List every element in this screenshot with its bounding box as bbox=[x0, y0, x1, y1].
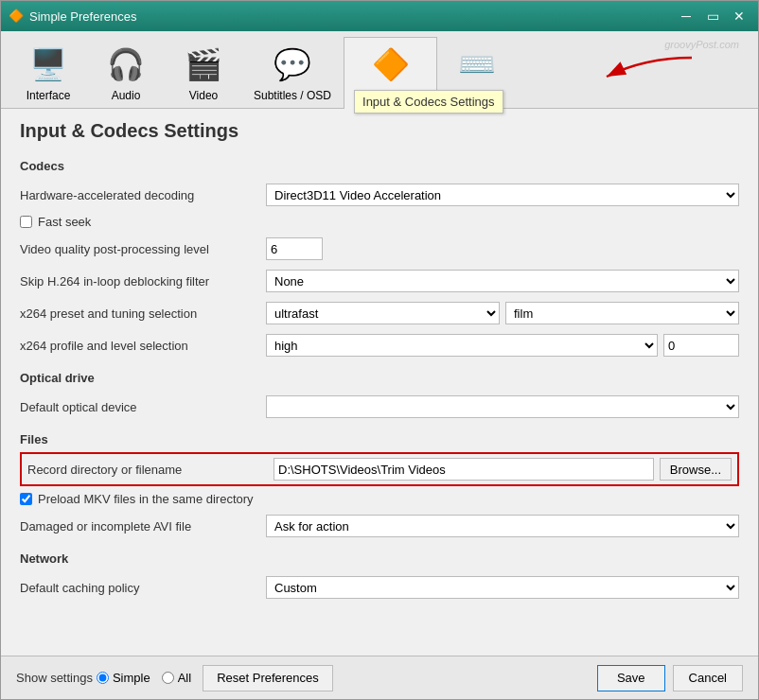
x264-preset-control: ultrafast superfast veryfast faster fast… bbox=[266, 302, 739, 324]
network-section-header: Network bbox=[20, 551, 739, 566]
hotkeys-icon: ⌨️ bbox=[454, 42, 500, 87]
maximize-button[interactable]: ▭ bbox=[701, 6, 724, 26]
tab-audio[interactable]: 🎧 Audio bbox=[88, 37, 164, 108]
all-radio[interactable] bbox=[162, 672, 174, 684]
simple-radio-item[interactable]: Simple bbox=[97, 671, 150, 685]
skip-h264-row: Skip H.264 in-loop deblocking filter Non… bbox=[20, 265, 739, 297]
x264-profile-label: x264 profile and level selection bbox=[20, 339, 266, 353]
audio-icon: 🎧 bbox=[103, 42, 149, 87]
x264-profile-select[interactable]: high baseline main high10 high422 high44… bbox=[266, 334, 658, 357]
all-radio-item[interactable]: All bbox=[162, 671, 191, 685]
files-section-header: Files bbox=[20, 432, 739, 446]
video-icon: 🎬 bbox=[181, 42, 226, 87]
tab-interface[interactable]: 🖥️ Interface bbox=[10, 37, 86, 108]
tab-subtitles-label: Subtitles / OSD bbox=[254, 89, 331, 102]
caching-row: Default caching policy Custom Lowest lat… bbox=[20, 571, 739, 604]
interface-icon: 🖥️ bbox=[26, 42, 71, 87]
tab-input-codecs[interactable]: 🔶 Input / Codecs Input & Codecs Settings bbox=[344, 37, 437, 109]
vq-row: Video quality post-processing level bbox=[20, 233, 739, 265]
damaged-avi-select[interactable]: Ask for action Always fix Never fix bbox=[266, 515, 739, 537]
x264-profile-pair: high baseline main high10 high422 high44… bbox=[266, 334, 739, 357]
bottom-spacer bbox=[20, 604, 739, 622]
hw-decoding-select[interactable]: Direct3D11 Video Acceleration None DXVA2… bbox=[266, 184, 739, 206]
main-window: 🔶 Simple Preferences ─ ▭ ✕ groovyPost.co… bbox=[0, 0, 759, 700]
simple-radio[interactable] bbox=[97, 672, 109, 684]
window-controls: ─ ▭ ✕ bbox=[675, 6, 750, 26]
tab-interface-label: Interface bbox=[26, 89, 71, 102]
vq-control bbox=[266, 237, 739, 260]
x264-profile-row: x264 profile and level selection high ba… bbox=[20, 329, 739, 361]
caching-control: Custom Lowest latency Low latency Normal… bbox=[266, 576, 739, 599]
record-dir-row: Record directory or filename Browse... bbox=[20, 452, 739, 486]
hw-decoding-control: Direct3D11 Video Acceleration None DXVA2… bbox=[266, 184, 739, 206]
fast-seek-checkbox[interactable] bbox=[20, 216, 32, 228]
fast-seek-label: Fast seek bbox=[38, 215, 91, 229]
caching-select[interactable]: Custom Lowest latency Low latency Normal… bbox=[266, 576, 739, 599]
x264-level-input[interactable] bbox=[663, 334, 739, 357]
vq-input[interactable] bbox=[266, 237, 323, 260]
optical-device-label: Default optical device bbox=[20, 400, 266, 414]
x264-preset-label: x264 preset and tuning selection bbox=[20, 306, 266, 321]
nav-tabs: 🖥️ Interface 🎧 Audio 🎬 Video 💬 Subtitles… bbox=[1, 31, 758, 109]
cancel-button[interactable]: Cancel bbox=[673, 665, 743, 691]
tab-video[interactable]: 🎬 Video bbox=[166, 37, 241, 108]
minimize-button[interactable]: ─ bbox=[675, 6, 697, 26]
footer-right: Save Cancel bbox=[597, 665, 743, 691]
footer: Show settings Simple All Reset Preferenc… bbox=[1, 656, 758, 699]
x264-dual-select: ultrafast superfast veryfast faster fast… bbox=[266, 302, 739, 324]
tab-audio-label: Audio bbox=[112, 89, 141, 102]
app-icon: 🔶 bbox=[9, 9, 24, 24]
damaged-avi-row: Damaged or incomplete AVI file Ask for a… bbox=[20, 510, 739, 542]
optical-device-row: Default optical device bbox=[20, 391, 739, 423]
optical-device-control bbox=[266, 395, 739, 418]
tab-video-label: Video bbox=[189, 89, 218, 102]
codecs-section-header: Codecs bbox=[20, 159, 739, 173]
damaged-avi-label: Damaged or incomplete AVI file bbox=[20, 519, 266, 534]
x264-preset-select[interactable]: ultrafast superfast veryfast faster fast… bbox=[266, 302, 500, 324]
optical-section-header: Optical drive bbox=[20, 371, 739, 385]
preload-mkv-row: Preload MKV files in the same directory bbox=[20, 488, 739, 510]
x264-profile-control: high baseline main high10 high422 high44… bbox=[266, 334, 739, 357]
skip-h264-label: Skip H.264 in-loop deblocking filter bbox=[20, 274, 266, 289]
hw-decoding-row: Hardware-accelerated decoding Direct3D11… bbox=[20, 179, 739, 211]
all-label: All bbox=[178, 671, 191, 685]
vq-label: Video quality post-processing level bbox=[20, 242, 266, 256]
record-dir-label: Record directory or filename bbox=[27, 463, 274, 477]
tooltip-popup: Input & Codecs Settings bbox=[354, 90, 503, 114]
simple-label: Simple bbox=[113, 671, 150, 685]
reset-button[interactable]: Reset Preferences bbox=[203, 665, 333, 691]
damaged-avi-control: Ask for action Always fix Never fix bbox=[266, 515, 739, 537]
fast-seek-row: Fast seek bbox=[20, 211, 739, 233]
arrow-annotation bbox=[588, 48, 701, 96]
save-button[interactable]: Save bbox=[597, 665, 665, 691]
preload-mkv-checkbox[interactable] bbox=[20, 493, 32, 505]
show-settings-label: Show settings bbox=[16, 671, 93, 685]
record-dir-input[interactable] bbox=[274, 458, 654, 481]
skip-h264-control: None Non-ref Bidir Non-key All bbox=[266, 270, 739, 292]
window-title: Simple Preferences bbox=[29, 9, 675, 24]
hw-decoding-label: Hardware-accelerated decoding bbox=[20, 188, 266, 202]
browse-button[interactable]: Browse... bbox=[660, 458, 732, 481]
settings-scroll[interactable]: Codecs Hardware-accelerated decoding Dir… bbox=[1, 149, 758, 656]
skip-h264-select[interactable]: None Non-ref Bidir Non-key All bbox=[266, 270, 739, 292]
x264-preset-row: x264 preset and tuning selection ultrafa… bbox=[20, 297, 739, 329]
preload-mkv-label: Preload MKV files in the same directory bbox=[38, 492, 254, 506]
tooltip-text: Input & Codecs Settings bbox=[362, 95, 494, 109]
record-dir-control: Browse... bbox=[274, 458, 732, 481]
caching-label: Default caching policy bbox=[20, 581, 266, 595]
show-settings-radio-group: Simple All bbox=[97, 671, 191, 685]
input-codecs-icon: 🔶 bbox=[368, 42, 414, 87]
tab-subtitles[interactable]: 💬 Subtitles / OSD bbox=[243, 37, 342, 108]
content-area: Input & Codecs Settings Codecs Hardware-… bbox=[1, 109, 758, 656]
optical-device-select[interactable] bbox=[266, 395, 739, 418]
close-button[interactable]: ✕ bbox=[728, 6, 750, 26]
x264-tuning-select[interactable]: film animation grain stillimage fastdeco… bbox=[505, 302, 739, 324]
subtitles-icon: 💬 bbox=[270, 42, 315, 87]
page-title: Input & Codecs Settings bbox=[1, 109, 758, 149]
titlebar: 🔶 Simple Preferences ─ ▭ ✕ bbox=[1, 1, 758, 31]
